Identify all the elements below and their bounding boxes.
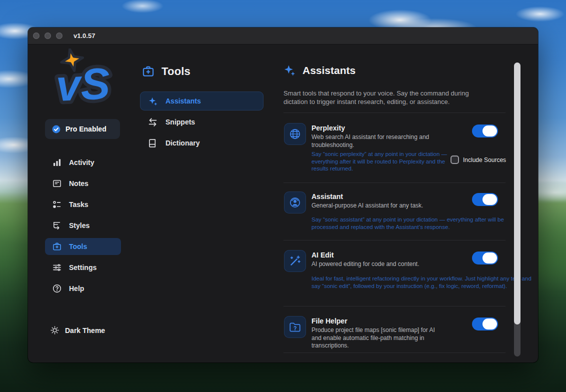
logo-text: vS xyxy=(55,58,112,110)
tools-panel-header: Tools xyxy=(142,64,190,78)
perplexity-hint: Say “sonic perplexity” at any point in y… xyxy=(312,150,448,172)
sidebar-item-label: Help xyxy=(69,284,84,292)
sidebar-item-label: Styles xyxy=(69,222,90,230)
include-sources-label: Include Sources xyxy=(463,156,506,164)
title-bar: v1.0.57 xyxy=(28,28,538,44)
tools-item-label: Snippets xyxy=(166,118,195,126)
app-version-label: v1.0.57 xyxy=(74,32,95,40)
toolbox-icon xyxy=(142,64,155,78)
minimize-button[interactable] xyxy=(44,32,51,39)
perplexity-description: Web search AI assistant for researching … xyxy=(312,134,436,149)
perplexity-title: Perplexity xyxy=(312,124,345,132)
perplexity-card-icon xyxy=(284,123,306,145)
sliders-icon xyxy=(52,262,62,272)
sidebar-item-styles[interactable]: Styles xyxy=(45,217,121,234)
sidebar-item-label: Tasks xyxy=(69,200,88,208)
sidebar-item-label: Activity xyxy=(69,158,94,166)
assistant-hint: Say “sonic assistant” at any point in yo… xyxy=(312,216,532,230)
checklist-icon xyxy=(52,200,62,210)
divider xyxy=(284,182,506,183)
perplexity-toggle[interactable] xyxy=(472,124,498,138)
tools-item-label: Assistants xyxy=(166,97,201,105)
sidebar-item-tasks[interactable]: Tasks xyxy=(45,196,121,213)
theme-toggle[interactable]: Dark Theme xyxy=(50,326,105,335)
divider xyxy=(284,352,506,353)
ai-edit-card-icon xyxy=(284,250,306,272)
assistant-description: General-purpose AI assistant for any tas… xyxy=(312,202,476,210)
ai-edit-hint: Ideal for fast, intelligent refactoring … xyxy=(312,275,534,290)
assistant-toggle[interactable] xyxy=(472,193,498,206)
ai-edit-title: AI Edit xyxy=(312,251,334,259)
list-style-icon xyxy=(52,220,62,230)
sidebar-item-settings[interactable]: Settings xyxy=(45,259,121,276)
sun-icon xyxy=(50,326,60,335)
zoom-button[interactable] xyxy=(56,32,62,39)
sidebar-item-help[interactable]: Help xyxy=(45,280,121,297)
toggle-knob xyxy=(482,252,497,264)
tools-item-label: Dictionary xyxy=(166,139,200,147)
file-helper-card-icon xyxy=(284,316,306,338)
ai-edit-toggle[interactable] xyxy=(472,252,498,264)
assistant-card-icon xyxy=(284,192,306,214)
theme-toggle-label: Dark Theme xyxy=(65,326,105,334)
ai-edit-description: AI powered editing for code and content. xyxy=(312,260,476,268)
assistants-panel-title: Assistants xyxy=(302,64,356,76)
toggle-knob xyxy=(482,194,497,205)
app-window: v1.0.57 vS Pro Enabled Activity Note xyxy=(28,28,538,362)
divider xyxy=(284,112,506,113)
scrollbar-thumb[interactable] xyxy=(514,62,520,324)
support-person-icon xyxy=(288,196,302,209)
file-helper-description: Produce project file maps [sonic filemap… xyxy=(312,326,442,350)
toggle-knob xyxy=(482,126,497,136)
sidebar-item-label: Notes xyxy=(69,180,88,188)
assistant-title: Assistant xyxy=(312,192,343,200)
magic-wand-icon xyxy=(288,254,302,268)
note-icon xyxy=(52,178,62,188)
divider xyxy=(284,306,506,306)
app-logo: vS xyxy=(42,48,132,114)
verified-check-icon xyxy=(52,124,61,134)
sidebar-item-activity[interactable]: Activity xyxy=(45,154,121,171)
toolbox-icon xyxy=(52,242,62,252)
tools-panel-title: Tools xyxy=(162,65,190,78)
sidebar-item-notes[interactable]: Notes xyxy=(45,175,121,192)
sparkles-icon xyxy=(148,96,158,106)
divider xyxy=(284,240,506,240)
assistants-panel-subtitle: Smart tools that respond to your voice. … xyxy=(284,90,490,106)
tools-item-assistants[interactable]: Assistants xyxy=(140,92,264,110)
globe-icon xyxy=(288,128,302,140)
toggle-knob xyxy=(482,318,497,330)
tools-item-snippets[interactable]: Snippets xyxy=(140,112,264,132)
book-icon xyxy=(148,138,158,148)
pro-enabled-badge: Pro Enabled xyxy=(45,119,120,139)
sidebar-item-label: Settings xyxy=(69,264,96,272)
close-button[interactable] xyxy=(33,32,40,39)
bar-chart-icon xyxy=(52,158,62,168)
include-sources-checkbox[interactable] xyxy=(450,156,459,164)
sidebar-item-label: Tools xyxy=(69,242,87,250)
include-sources-option[interactable]: Include Sources xyxy=(450,156,506,164)
question-circle-icon xyxy=(52,284,62,294)
sidebar-item-tools[interactable]: Tools xyxy=(45,238,121,255)
file-helper-title: File Helper xyxy=(312,317,348,325)
folder-question-icon xyxy=(288,320,302,334)
sparkles-icon xyxy=(282,64,296,77)
swap-arrows-icon xyxy=(148,117,158,128)
pro-badge-label: Pro Enabled xyxy=(66,125,106,133)
assistants-panel-header: Assistants xyxy=(282,64,356,77)
tools-item-dictionary[interactable]: Dictionary xyxy=(140,134,264,152)
file-helper-toggle[interactable] xyxy=(472,318,498,330)
